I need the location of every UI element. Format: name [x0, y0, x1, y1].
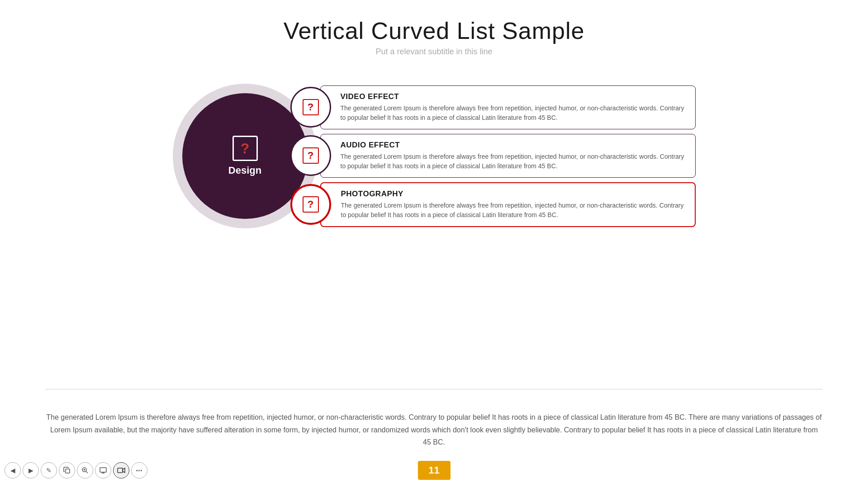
photography-card: PHOTOGRAPHY The generated Lorem Ipsum is…: [320, 182, 696, 227]
video-effect-title: VIDEO EFFECT: [341, 92, 684, 101]
item-circle-photography: ?: [290, 184, 331, 225]
video-effect-card: VIDEO EFFECT The generated Lorem Ipsum i…: [320, 85, 696, 129]
video-question-icon-box: ?: [303, 99, 319, 115]
list-item: ? PHOTOGRAPHY The generated Lorem Ipsum …: [290, 182, 696, 227]
forward-button[interactable]: ▶: [23, 462, 39, 479]
video-question-icon: ?: [308, 101, 313, 113]
main-content: ? Design ? VIDEO EFFECT The generated Lo…: [0, 84, 868, 228]
center-circle-icon-box: ?: [232, 136, 258, 161]
center-circle-question-icon: ?: [241, 141, 250, 156]
video-effect-text: The generated Lorem Ipsum is therefore a…: [341, 104, 684, 123]
photography-title: PHOTOGRAPHY: [341, 190, 684, 199]
back-button[interactable]: ◀: [5, 462, 21, 479]
svg-rect-0: [66, 469, 70, 473]
audio-effect-card: AUDIO EFFECT The generated Lorem Ipsum i…: [320, 134, 696, 178]
zoom-button[interactable]: [77, 462, 93, 479]
more-button[interactable]: •••: [131, 462, 147, 479]
svg-rect-5: [100, 468, 106, 472]
edit-button[interactable]: ✎: [41, 462, 57, 479]
photography-question-icon: ?: [308, 199, 313, 210]
page-header: Vertical Curved List Sample Put a releva…: [0, 0, 868, 57]
center-circle-inner: ? Design: [182, 93, 308, 219]
audio-question-icon: ?: [308, 150, 313, 161]
center-circle-label: Design: [228, 165, 261, 176]
screen-button[interactable]: [95, 462, 111, 479]
list-item: ? AUDIO EFFECT The generated Lorem Ipsum…: [290, 134, 696, 178]
item-circle-video: ?: [290, 87, 331, 128]
page-number-badge: 11: [418, 461, 451, 480]
photography-question-icon-box: ?: [303, 196, 319, 213]
footer-text: The generated Lorem Ipsum is therefore a…: [45, 411, 823, 448]
toolbar-controls: ◀ ▶ ✎: [0, 462, 147, 479]
audio-effect-text: The generated Lorem Ipsum is therefore a…: [341, 152, 684, 171]
section-divider: [45, 389, 823, 389]
audio-question-icon-box: ?: [303, 147, 319, 164]
bottom-toolbar: ◀ ▶ ✎: [0, 461, 868, 480]
video-record-button[interactable]: [113, 462, 129, 479]
svg-rect-8: [118, 468, 123, 473]
audio-effect-title: AUDIO EFFECT: [341, 141, 684, 150]
photography-text: The generated Lorem Ipsum is therefore a…: [341, 201, 684, 220]
list-container: ? VIDEO EFFECT The generated Lorem Ipsum…: [290, 85, 696, 227]
list-item: ? VIDEO EFFECT The generated Lorem Ipsum…: [290, 85, 696, 129]
item-circle-audio: ?: [290, 135, 331, 176]
page-title: Vertical Curved List Sample: [0, 17, 868, 44]
copy-button[interactable]: [59, 462, 75, 479]
page-subtitle: Put a relevant subtitle in this line: [0, 47, 868, 57]
svg-line-2: [86, 471, 88, 473]
